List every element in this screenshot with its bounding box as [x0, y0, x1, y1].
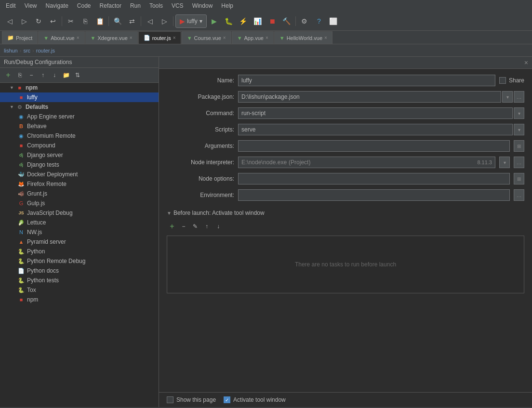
coverage-button[interactable]: ⚡ [237, 14, 250, 28]
breadcrumb-router[interactable]: router.js [36, 48, 55, 53]
tree-python[interactable]: 🐍 Python [0, 247, 159, 256]
scripts-dropdown[interactable]: ▾ [514, 124, 524, 135]
debug-button[interactable]: 🐛 [222, 14, 236, 28]
package-json-browse[interactable]: … [514, 91, 524, 103]
copy-button[interactable]: ⎘ [79, 14, 92, 28]
tree-tox[interactable]: 🐍 Tox [0, 285, 159, 295]
node-options-browse[interactable]: ⊞ [514, 173, 524, 184]
tab-xdegree[interactable]: ▼ Xdegree.vue × [85, 31, 138, 44]
menu-code[interactable]: Code [73, 1, 95, 10]
before-launch-header[interactable]: ▼ Before launch: Activate tool window [167, 207, 524, 219]
tree-gulp[interactable]: G Gulp.js [0, 198, 159, 208]
tab-about-close[interactable]: × [77, 35, 80, 40]
share-checkbox[interactable] [499, 77, 506, 84]
tab-app-close[interactable]: × [266, 35, 268, 40]
replace-button[interactable]: ⇄ [125, 14, 139, 28]
copy-config-button[interactable]: ⎘ [14, 70, 25, 80]
name-input[interactable] [238, 75, 495, 86]
settings-button[interactable]: ⚙ [298, 14, 311, 28]
tree-behave[interactable]: B Behave [0, 121, 159, 131]
node-options-input[interactable] [238, 173, 510, 184]
tab-about[interactable]: ▼ About.vue × [38, 31, 84, 44]
menu-vcs[interactable]: VCS [168, 1, 187, 10]
move-up-button[interactable]: ↑ [38, 70, 48, 80]
tree-django-tests[interactable]: dj Django tests [0, 160, 159, 170]
run-config-dropdown[interactable]: ▶ luffy ▾ [175, 14, 207, 28]
run-button[interactable]: ▶ [208, 14, 221, 28]
tree-docker[interactable]: 🐳 Docker Deployment [0, 170, 159, 179]
cut-button[interactable]: ✂ [64, 14, 78, 28]
tab-router-close[interactable]: × [173, 35, 176, 40]
terminal-button[interactable]: ⬜ [327, 14, 340, 28]
tree-npm-default[interactable]: ■ npm [0, 295, 159, 304]
undo-button[interactable]: ↩ [46, 14, 60, 28]
breadcrumb-src[interactable]: src [23, 48, 30, 53]
tree-luffy-item[interactable]: ■ luffy [0, 92, 159, 102]
bl-edit-button[interactable]: ✎ [190, 221, 200, 232]
sort-button[interactable]: ⇅ [72, 70, 83, 80]
tree-lettuce[interactable]: 🥬 Lettuce [0, 218, 159, 227]
environment-input[interactable] [238, 189, 510, 201]
tree-defaults-group[interactable]: ▼ ⚙ Defaults [0, 102, 159, 112]
search-button[interactable]: 🔍 [111, 14, 124, 28]
move-down-button[interactable]: ↓ [49, 70, 60, 80]
tree-compound[interactable]: ■ Compound [0, 141, 159, 150]
profile-button[interactable]: 📊 [251, 14, 265, 28]
tree-pyramid[interactable]: ▲ Pyramid server [0, 237, 159, 247]
menu-view[interactable]: View [21, 1, 41, 10]
close-dialog-button[interactable]: × [524, 59, 528, 66]
tree-chromium[interactable]: ◉ Chromium Remote [0, 131, 159, 141]
bl-down-button[interactable]: ↓ [213, 221, 224, 232]
tree-grunt[interactable]: 🐗 Grunt.js [0, 189, 159, 198]
menu-run[interactable]: Run [126, 1, 145, 10]
stop-button[interactable]: ⏹ [266, 14, 279, 28]
forward-button[interactable]: ▷ [17, 14, 31, 28]
node-interpreter-browse[interactable]: … [514, 157, 524, 168]
arguments-browse[interactable]: ⊞ [514, 140, 524, 152]
menu-help[interactable]: Help [217, 1, 237, 10]
tab-project[interactable]: 📁 Project [2, 31, 38, 44]
bl-up-button[interactable]: ↑ [201, 221, 212, 232]
tree-npm-group[interactable]: ▼ ■ npm [0, 83, 159, 92]
run-back-btn[interactable]: ◁ [143, 14, 157, 28]
tree-nwjs[interactable]: N NW.js [0, 227, 159, 237]
tab-xdegree-close[interactable]: × [130, 35, 133, 40]
show-page-checkbox[interactable] [167, 396, 173, 403]
tree-firefox[interactable]: 🦊 Firefox Remote [0, 179, 159, 189]
bl-add-button[interactable]: + [167, 221, 177, 232]
folder-button[interactable]: 📁 [61, 70, 71, 80]
tree-django-server[interactable]: dj Django server [0, 150, 159, 160]
menu-edit[interactable]: Edit [2, 1, 20, 10]
tab-router[interactable]: 📄 router.js × [138, 31, 181, 44]
tree-js-debug[interactable]: JS JavaScript Debug [0, 208, 159, 218]
add-config-button[interactable]: + [3, 70, 13, 80]
command-dropdown[interactable]: ▾ [514, 107, 524, 119]
arguments-input[interactable] [238, 140, 510, 152]
menu-window[interactable]: Window [188, 1, 217, 10]
tree-python-docs[interactable]: 📄 Python docs [0, 266, 159, 276]
tab-course-close[interactable]: × [223, 35, 226, 40]
run-fwd-btn[interactable]: ▷ [158, 14, 171, 28]
node-interpreter-dropdown[interactable]: ▾ [499, 157, 510, 168]
tab-course[interactable]: ▼ Course.vue × [182, 31, 231, 44]
paste-button[interactable]: 📋 [93, 14, 106, 28]
refresh-button[interactable]: ↻ [32, 14, 45, 28]
tab-helloworld[interactable]: ▼ HelloWorld.vue × [274, 31, 332, 44]
activate-tool-checkbox[interactable]: ✓ [224, 396, 230, 403]
tree-app-engine[interactable]: ◉ App Engine server [0, 112, 159, 121]
help-button[interactable]: ? [312, 14, 326, 28]
bl-remove-button[interactable]: − [178, 221, 189, 232]
menu-navigate[interactable]: Navigate [41, 1, 72, 10]
breadcrumb-lishun[interactable]: lishun [4, 48, 18, 53]
remove-config-button[interactable]: − [26, 70, 37, 80]
tab-app[interactable]: ▼ App.vue × [232, 31, 274, 44]
environment-browse[interactable]: … [514, 189, 524, 201]
menu-tools[interactable]: Tools [146, 1, 167, 10]
tab-hw-close[interactable]: × [324, 35, 327, 40]
package-json-dropdown[interactable]: ▾ [502, 91, 513, 103]
tree-python-tests[interactable]: 🐍 Python tests [0, 276, 159, 285]
build-button[interactable]: 🔨 [280, 14, 293, 28]
tree-python-remote[interactable]: 🐍 Python Remote Debug [0, 256, 159, 266]
back-button[interactable]: ◁ [3, 14, 16, 28]
menu-refactor[interactable]: Refactor [96, 1, 125, 10]
